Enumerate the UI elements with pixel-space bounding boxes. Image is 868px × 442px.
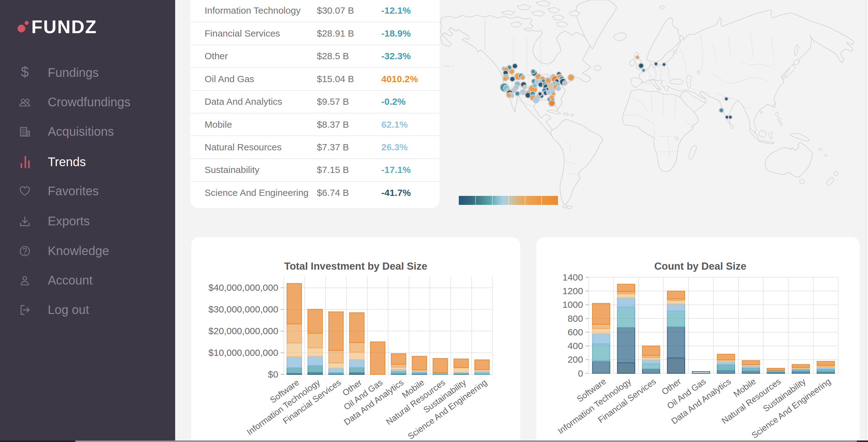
svg-text:200: 200 [568, 354, 583, 365]
svg-text:1000: 1000 [562, 299, 583, 310]
svg-text:$20,000,000,000: $20,000,000,000 [208, 326, 278, 336]
svg-text:0: 0 [578, 368, 583, 378]
svg-text:$40,000,000,000: $40,000,000,000 [208, 282, 278, 293]
svg-text:$0: $0 [268, 369, 278, 379]
svg-text:Count by Deal Size: Count by Deal Size [654, 260, 746, 272]
svg-text:$30,000,000,000: $30,000,000,000 [208, 304, 278, 314]
svg-text:$: $ [21, 66, 29, 80]
svg-text:600: 600 [568, 327, 583, 337]
svg-text:Total Investment by Deal Size: Total Investment by Deal Size [284, 260, 428, 272]
svg-text:1400: 1400 [562, 272, 583, 282]
svg-text:1200: 1200 [562, 286, 583, 296]
svg-text:$10,000,000,000: $10,000,000,000 [208, 347, 278, 358]
svg-text:400: 400 [568, 341, 583, 351]
svg-text:FUNDZ: FUNDZ [31, 17, 97, 37]
svg-text:800: 800 [568, 313, 583, 324]
